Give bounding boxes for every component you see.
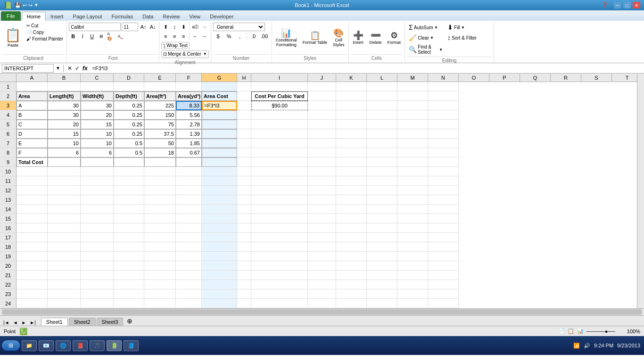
col-header-r[interactable]: R <box>551 74 581 82</box>
cell-j-20[interactable] <box>308 261 336 271</box>
cell-i7[interactable] <box>251 139 308 148</box>
cell-f-12[interactable] <box>176 186 202 195</box>
cell-h7[interactable] <box>237 139 251 148</box>
cell-j-18[interactable] <box>308 242 336 252</box>
cell-h-15[interactable] <box>237 214 251 223</box>
cell-a9[interactable]: Total Cost <box>17 157 48 167</box>
cell-d2[interactable]: Depth(ft) <box>114 91 144 101</box>
col-header-g[interactable]: G <box>202 74 237 82</box>
cell-k-15[interactable] <box>336 214 367 223</box>
tab-file[interactable]: File <box>1 11 21 21</box>
col-header-e[interactable]: E <box>144 74 176 82</box>
cell-a8[interactable]: F <box>17 148 48 157</box>
start-button[interactable]: ⊞ <box>2 340 20 351</box>
row-header-21[interactable]: 21 <box>0 271 17 280</box>
cell-a7[interactable]: E <box>17 139 48 148</box>
cell-k-22[interactable] <box>336 280 367 289</box>
qa-redo[interactable]: ↪ <box>28 2 33 8</box>
cell-i-22[interactable] <box>251 280 308 289</box>
cell-c5[interactable]: 15 <box>81 120 114 129</box>
comma-btn[interactable]: , <box>235 33 245 40</box>
taskbar-explorer[interactable]: 📁 <box>22 340 37 351</box>
cell-c-15[interactable] <box>81 214 114 223</box>
cell-b-14[interactable] <box>48 205 81 214</box>
increase-indent-button[interactable]: → <box>200 32 208 41</box>
tab-page-layout[interactable]: Page Layout <box>68 12 107 21</box>
cell-l-19[interactable] <box>367 252 397 261</box>
cell-n7[interactable] <box>428 139 459 148</box>
cell-i-14[interactable] <box>251 205 308 214</box>
cell-i1[interactable] <box>251 82 308 91</box>
cell-e-11[interactable] <box>144 176 176 186</box>
cell-k7[interactable] <box>336 139 367 148</box>
cell-c3[interactable]: 30 <box>81 101 114 110</box>
cell-a-22[interactable] <box>17 280 48 289</box>
clear-button[interactable]: 🧹 Clear ▼ <box>407 33 445 42</box>
cell-n2[interactable] <box>428 91 459 101</box>
next-sheet-btn[interactable]: ► <box>20 320 27 326</box>
merge-center-button[interactable]: ⊡ Merge & Center ▼ <box>161 50 209 58</box>
cell-l9[interactable] <box>367 157 397 167</box>
cell-f-10[interactable] <box>176 167 202 176</box>
cell-f2[interactable]: Area(yd³) <box>176 91 202 101</box>
minimize-btn[interactable]: ─ <box>614 2 621 8</box>
row-header-18[interactable]: 18 <box>0 242 17 252</box>
cell-l6[interactable] <box>367 129 397 139</box>
cell-n4[interactable] <box>428 110 459 120</box>
cell-e1[interactable] <box>144 82 176 91</box>
row-header-22[interactable]: 22 <box>0 280 17 289</box>
cell-k1[interactable] <box>336 82 367 91</box>
cell-h-19[interactable] <box>237 252 251 261</box>
tab-review[interactable]: Review <box>158 12 184 21</box>
cell-m-15[interactable] <box>397 214 428 223</box>
cell-k-24[interactable] <box>336 299 367 308</box>
cell-n-16[interactable] <box>428 223 459 233</box>
tab-data[interactable]: Data <box>138 12 158 21</box>
cell-e3[interactable]: 225 <box>144 101 176 110</box>
cell-c-18[interactable] <box>81 242 114 252</box>
col-header-n[interactable]: N <box>428 74 459 82</box>
format-painter-button[interactable]: 🖌 Format Painter <box>25 36 65 42</box>
cell-a-11[interactable] <box>17 176 48 186</box>
cell-g2[interactable]: Area Cost <box>202 91 237 101</box>
sheet-tab-2[interactable]: Sheet2 <box>69 318 96 326</box>
cell-b-16[interactable] <box>48 223 81 233</box>
tab-developer[interactable]: Developer <box>205 12 238 21</box>
underline-button[interactable]: U <box>88 32 96 41</box>
first-sheet-btn[interactable]: |◄ <box>2 320 11 326</box>
align-center-button[interactable]: ≡ <box>170 32 179 41</box>
cell-m3[interactable] <box>397 101 428 110</box>
cell-i-23[interactable] <box>251 289 308 299</box>
cell-f-18[interactable] <box>176 242 202 252</box>
cell-a-17[interactable] <box>17 233 48 242</box>
cell-h9[interactable] <box>237 157 251 167</box>
cell-g-10[interactable] <box>202 167 237 176</box>
cell-h4[interactable] <box>237 110 251 120</box>
cell-h-12[interactable] <box>237 186 251 195</box>
align-bottom-button[interactable]: ⬇ <box>179 23 188 31</box>
cell-g-12[interactable] <box>202 186 237 195</box>
cell-m8[interactable] <box>397 148 428 157</box>
cell-e-21[interactable] <box>144 271 176 280</box>
cell-i-11[interactable] <box>251 176 308 186</box>
cell-m-24[interactable] <box>397 299 428 308</box>
wrap-text-button[interactable]: ⤵ Wrap Text <box>161 42 190 49</box>
cell-g-11[interactable] <box>202 176 237 186</box>
text-direction-button[interactable]: aⓏ <box>191 23 199 31</box>
cell-e9[interactable] <box>144 157 176 167</box>
insert-sheet-btn[interactable]: ⊕ <box>124 316 135 326</box>
tab-home[interactable]: Home <box>22 12 46 21</box>
cell-g-13[interactable] <box>202 195 237 205</box>
cell-l-10[interactable] <box>367 167 397 176</box>
cell-e5[interactable]: 75 <box>144 120 176 129</box>
cell-l3[interactable] <box>367 101 397 110</box>
cell-b-23[interactable] <box>48 289 81 299</box>
cell-l-21[interactable] <box>367 271 397 280</box>
cut-button[interactable]: ✂ Cut <box>25 23 65 29</box>
find-select-button[interactable]: 🔍 Find & Select ▼ <box>407 43 445 56</box>
cell-e-19[interactable] <box>144 252 176 261</box>
font-color-button[interactable]: A_ <box>116 32 124 41</box>
col-header-l[interactable]: L <box>367 74 397 82</box>
cell-d4[interactable]: 0.25 <box>114 110 144 120</box>
cell-j7[interactable] <box>308 139 336 148</box>
